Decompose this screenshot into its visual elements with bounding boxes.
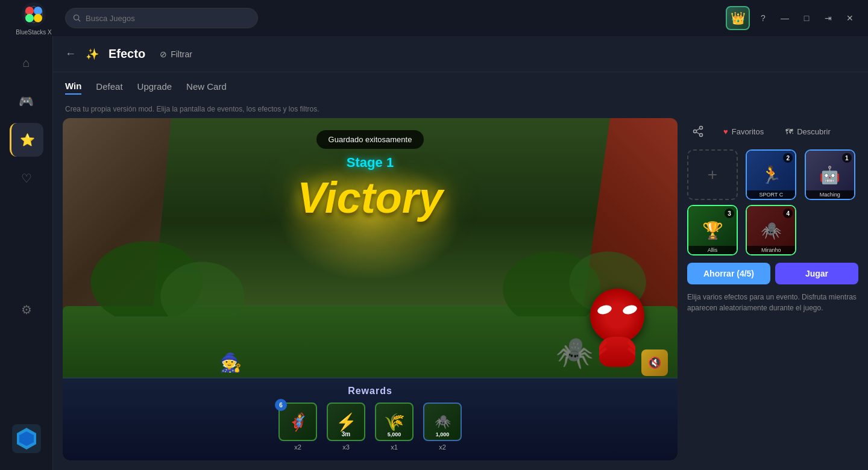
controller-icon: 🎮 <box>19 94 34 108</box>
tab-defeat[interactable]: Defeat <box>96 81 122 94</box>
reward-count-1: x2 <box>294 443 301 451</box>
reward-box-resource: 🌾 5,000 <box>375 403 414 441</box>
titlebar-right: 👑 ? — □ ⇥ ✕ <box>726 6 858 30</box>
header-row: ← ✨ Efecto ⊘ Filtrar <box>53 36 868 72</box>
avatar-button[interactable]: 👑 <box>726 6 750 30</box>
sport-emoji: 🏃 <box>761 165 782 185</box>
sidebar-item-controller[interactable]: 🎮 <box>10 84 43 118</box>
thumbnail-machine-label: Maching <box>806 190 854 199</box>
thumbnail-machine-num: 1 <box>842 153 852 163</box>
sidebar-item-settings[interactable]: ⚙ <box>10 293 43 327</box>
reward-item-boost: ⚡ 3m x3 <box>327 403 365 451</box>
home-icon: ⌂ <box>22 56 30 70</box>
favorites-label: Favoritos <box>732 127 764 136</box>
spider-eye-left <box>597 304 613 316</box>
svg-point-2 <box>25 7 34 15</box>
spider-body <box>599 337 635 367</box>
thumbnail-sport-label: SPORT C <box>747 190 795 199</box>
reward-box-spider: 🕷️ 1,000 <box>423 403 462 441</box>
svg-point-21 <box>694 130 697 133</box>
effect-sparkle-icon: ✨ <box>86 48 99 61</box>
back-nav-button[interactable]: ← <box>65 48 76 60</box>
reward-badge-1: 6 <box>275 399 287 411</box>
tab-win[interactable]: Win <box>65 81 81 95</box>
svg-point-4 <box>25 14 34 22</box>
close-button[interactable]: ✕ <box>841 10 858 27</box>
spider-eye-right <box>622 304 638 316</box>
settings-icon: ⚙ <box>21 302 32 317</box>
svg-line-18 <box>629 349 635 361</box>
thumbnail-allis-num: 3 <box>725 208 734 218</box>
svg-line-23 <box>696 132 700 134</box>
reward-count-2: x3 <box>342 443 350 451</box>
plus-icon: + <box>708 165 717 184</box>
share-icon <box>692 125 704 137</box>
discover-button[interactable]: 🗺 Descubrir <box>778 124 838 140</box>
reward-count-3: x1 <box>391 443 398 451</box>
play-button[interactable]: Jugar <box>775 263 858 284</box>
subtitle-text: Crea tu propia versión mod. Elija la pan… <box>53 102 868 118</box>
heart-icon: ♡ <box>21 171 32 186</box>
back-button[interactable]: ⇥ <box>820 10 837 27</box>
svg-point-6 <box>74 15 78 20</box>
search-icon <box>73 14 81 22</box>
rewards-items: 6 🦸 x2 ⚡ 3m x3 <box>75 403 665 451</box>
rewards-panel: Rewards 6 🦸 x2 ⚡ <box>63 378 678 460</box>
logo-area: BlueStacks X <box>10 1 58 36</box>
heart-favorites-icon: ♥ <box>723 127 728 136</box>
sidebar-item-home[interactable]: ⌂ <box>10 46 43 80</box>
machine-emoji: 🤖 <box>819 165 840 185</box>
logo-text: BlueStacks X <box>16 29 51 36</box>
sidebar-item-effects[interactable]: ⭐ <box>10 123 43 157</box>
svg-point-3 <box>34 7 42 15</box>
share-button[interactable] <box>687 121 709 142</box>
reward-icon-resource: 🌾 <box>384 412 405 432</box>
svg-point-5 <box>34 14 42 22</box>
add-thumbnail-button[interactable]: + <box>687 149 738 200</box>
save-button[interactable]: Ahorrar (4/5) <box>687 263 770 284</box>
discover-icon: 🗺 <box>785 127 793 136</box>
svg-line-16 <box>599 349 605 361</box>
thumbnail-grid: + 🏃 SPORT C 2 🤖 Maching 1 <box>687 149 858 255</box>
sidebar-item-favorites[interactable]: ♡ <box>10 161 43 195</box>
tab-new-card[interactable]: New Card <box>186 81 227 94</box>
svg-line-7 <box>78 19 80 21</box>
thumbnail-machine[interactable]: 🤖 Maching 1 <box>805 149 855 200</box>
help-button[interactable]: ? <box>755 10 772 27</box>
effects-icon: ⭐ <box>20 133 35 147</box>
filter-icon: ⊘ <box>160 49 167 59</box>
save-toast: Guardado exitosamente <box>316 130 424 149</box>
reward-icon-boost: ⚡ <box>336 412 357 432</box>
small-character: 🧙 <box>219 352 242 373</box>
maximize-button[interactable]: □ <box>798 10 815 27</box>
search-bar[interactable] <box>65 8 258 28</box>
svg-point-19 <box>700 127 703 130</box>
victory-text: Victory <box>297 173 442 222</box>
filter-button[interactable]: ⊘ Filtrar <box>160 49 192 59</box>
reward-spider-label: 1,000 <box>436 431 450 437</box>
action-buttons: Ahorrar (4/5) Jugar <box>687 263 858 284</box>
reward-item-character: 6 🦸 x2 <box>278 403 317 451</box>
discover-label: Descubrir <box>797 127 831 136</box>
miranho-emoji: 🕷️ <box>761 221 782 240</box>
thumbnail-allis[interactable]: 🏆 Allis 3 <box>687 205 738 255</box>
rewards-title: Rewards <box>75 386 665 396</box>
reward-box-character: 6 🦸 <box>278 403 317 441</box>
thumbnail-miranho[interactable]: 🕷️ Miranho 4 <box>746 205 796 255</box>
filter-label: Filtrar <box>171 49 192 59</box>
minimize-button[interactable]: — <box>776 10 793 27</box>
tabs-row: Win Defeat Upgrade New Card <box>53 72 868 102</box>
reward-item-spider: 🕷️ 1,000 x2 <box>423 403 462 451</box>
thumbnail-sport[interactable]: 🏃 SPORT C 2 <box>746 149 796 200</box>
bluestacks-logo <box>20 1 47 28</box>
tab-upgrade[interactable]: Upgrade <box>137 81 172 94</box>
favorites-button[interactable]: ♥ Favoritos <box>716 124 771 140</box>
mute-icon: 🔇 <box>648 356 661 369</box>
main-content: ← ✨ Efecto ⊘ Filtrar Win Defeat Upgrade … <box>53 36 868 470</box>
runner-figure: 🕷️ <box>556 335 593 370</box>
mute-button[interactable]: 🔇 <box>641 349 668 376</box>
game-view: Guardado exitosamente Stage 1 Victory 🧙 <box>63 118 678 460</box>
reward-resource-label: 5,000 <box>388 431 401 437</box>
spider-character <box>590 289 644 367</box>
search-input[interactable] <box>86 14 250 23</box>
